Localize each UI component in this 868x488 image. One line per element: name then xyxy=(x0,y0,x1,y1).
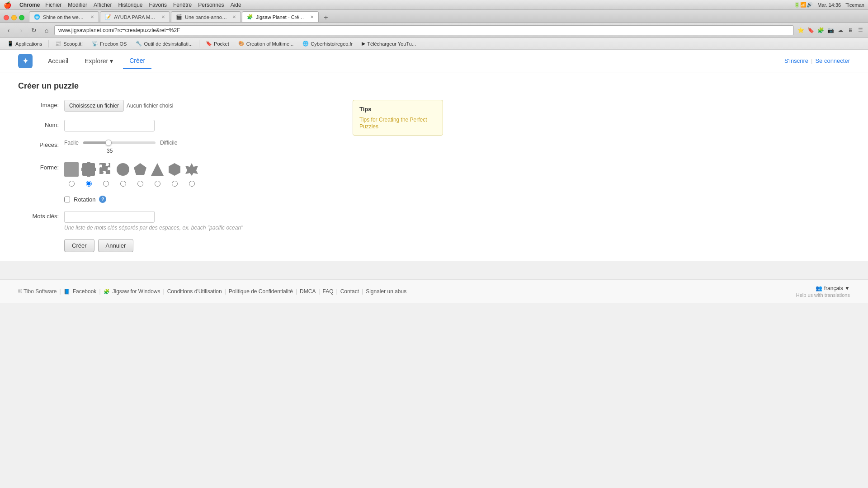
bookmark-creation[interactable]: 🎨Creation of Multime... xyxy=(235,39,297,48)
extension-icon-2[interactable]: 🔖 xyxy=(807,26,815,34)
footer-dmca[interactable]: DMCA xyxy=(300,288,316,295)
close-window-btn[interactable] xyxy=(4,15,9,20)
site-logo[interactable]: ✦ xyxy=(18,54,33,68)
shape-radio-3[interactable] xyxy=(99,179,113,188)
shape-radio-5[interactable] xyxy=(133,179,147,188)
app-name: Chrome xyxy=(19,2,40,8)
extension-icon-3[interactable]: 🧩 xyxy=(816,26,825,34)
shape-puzzle-3[interactable] xyxy=(116,162,130,177)
rotation-help-icon[interactable]: ? xyxy=(99,196,106,203)
bookmark-pocket[interactable]: 🔖Pocket xyxy=(202,39,233,48)
tab-2[interactable]: 📝 AYUDA PARA MAESTROS... ✕ xyxy=(100,11,170,22)
extension-icon-1[interactable]: ⭐ xyxy=(797,26,805,34)
language-selector[interactable]: 👥 français ▼ xyxy=(816,285,850,291)
tips-title: Tips xyxy=(359,106,436,113)
shape-puzzle-4[interactable] xyxy=(133,162,147,177)
bookmark-cyberhistoire[interactable]: 🌐Cyberhistoiregeo.fr xyxy=(299,39,356,48)
tab-2-close[interactable]: ✕ xyxy=(161,14,165,19)
rotation-checkbox[interactable] xyxy=(64,197,70,202)
footer-jigsaw-windows[interactable]: Jigsaw for Windows xyxy=(113,288,160,295)
name-input[interactable] xyxy=(64,120,155,131)
tab-4[interactable]: 🧩 Jigsaw Planet - Créer un p... ✕ xyxy=(242,11,319,22)
nav-accueil[interactable]: Accueil xyxy=(42,54,75,68)
bookmark-outil[interactable]: 🔧Outil de désinstallati... xyxy=(132,39,196,48)
pieces-slider[interactable] xyxy=(83,141,156,144)
tab-1-close[interactable]: ✕ xyxy=(90,14,94,19)
shape-radio-6[interactable] xyxy=(150,179,165,188)
tab-2-favicon: 📝 xyxy=(105,14,111,20)
bookmark-freebox[interactable]: 📡Freebox OS xyxy=(88,39,130,48)
home-button[interactable]: ⌂ xyxy=(42,25,52,35)
footer-sep-7: | xyxy=(336,288,338,295)
shape-puzzle-2[interactable] xyxy=(99,162,113,177)
forward-button[interactable]: › xyxy=(16,25,26,35)
bookmark-applications[interactable]: 📱Applications xyxy=(4,39,46,48)
menu-fichier[interactable]: Fichier xyxy=(45,2,61,8)
tab-3-close[interactable]: ✕ xyxy=(232,14,236,19)
menu-modifier[interactable]: Modifier xyxy=(68,2,87,8)
new-tab-button[interactable]: + xyxy=(321,13,330,22)
shape-radio-1[interactable] xyxy=(64,179,79,188)
shape-puzzle-6[interactable] xyxy=(167,162,182,177)
footer-privacy[interactable]: Politique de Confidentialité xyxy=(229,288,293,295)
pieces-label: Pièces: xyxy=(18,140,59,148)
tips-link[interactable]: Tips for Creating the Perfect Puzzles xyxy=(359,117,427,130)
extension-icon-5[interactable]: ☁ xyxy=(836,26,844,34)
shape-puzzle-5[interactable] xyxy=(150,162,165,177)
back-button[interactable]: ‹ xyxy=(4,25,14,35)
login-link[interactable]: Se connecter xyxy=(815,57,850,64)
image-input-group: Choisissez un fichier Aucun fichier choi… xyxy=(64,100,173,112)
menu-fenetre[interactable]: Fenêtre xyxy=(173,2,192,8)
pieces-row-inner: Facile Difficile xyxy=(64,140,177,146)
shape-radio-8[interactable] xyxy=(184,179,199,188)
footer-sep-8: | xyxy=(362,288,363,295)
apple-menu[interactable]: 🍎 xyxy=(4,1,11,9)
shape-square[interactable] xyxy=(64,162,79,177)
footer-faq[interactable]: FAQ xyxy=(323,288,334,295)
menu-aide[interactable]: Aide xyxy=(231,2,241,8)
slider-thumb[interactable] xyxy=(105,140,112,146)
tab-3[interactable]: 🎬 Une bande-annonce WTF... ✕ xyxy=(171,11,241,22)
minimize-window-btn[interactable] xyxy=(11,15,17,20)
tab-4-label: Jigsaw Planet - Créer un p... xyxy=(256,14,306,20)
menu-favoris[interactable]: Favoris xyxy=(149,2,167,8)
cancel-button[interactable]: Annuler xyxy=(98,239,134,252)
bookmark-scoopit[interactable]: 📰Scoop.it! xyxy=(52,39,86,48)
tab-2-label: AYUDA PARA MAESTROS... xyxy=(114,14,157,20)
signin-link[interactable]: S'inscrire xyxy=(784,57,808,64)
shape-radio-7[interactable] xyxy=(167,179,182,188)
nav-creer[interactable]: Créer xyxy=(123,53,151,69)
maximize-window-btn[interactable] xyxy=(19,15,24,20)
svg-marker-6 xyxy=(134,163,146,175)
pieces-row: Pièces: Facile Difficile 35 xyxy=(18,140,335,154)
shape-radio-4[interactable] xyxy=(116,179,130,188)
name-label: Nom: xyxy=(18,120,59,128)
tab-1[interactable]: 🌐 Shine on the web | Scoop... ✕ xyxy=(29,11,99,22)
bookmark-youtube[interactable]: ▶Téléchargeur YouTu... xyxy=(358,39,420,48)
extension-icon-6[interactable]: 🖥 xyxy=(846,26,854,34)
reload-button[interactable]: ↻ xyxy=(29,25,39,35)
keywords-input[interactable] xyxy=(64,211,155,223)
tab-4-close[interactable]: ✕ xyxy=(310,14,314,19)
menu-historique[interactable]: Historique xyxy=(118,2,143,8)
svg-marker-8 xyxy=(169,163,180,176)
shape-puzzle-7[interactable] xyxy=(184,162,199,177)
svg-rect-5 xyxy=(117,163,129,176)
tab-3-label: Une bande-annonce WTF... xyxy=(185,14,228,20)
menu-personnes[interactable]: Personnes xyxy=(198,2,224,8)
choose-file-button[interactable]: Choisissez un fichier xyxy=(64,100,124,112)
footer-conditions[interactable]: Conditions d'Utilisation xyxy=(167,288,222,295)
footer-facebook[interactable]: Facebook xyxy=(73,288,97,295)
pieces-slider-container: Facile Difficile 35 xyxy=(64,140,177,154)
footer-sep-2: | xyxy=(99,288,100,295)
footer-report[interactable]: Signaler un abus xyxy=(366,288,406,295)
menu-afficher[interactable]: Afficher xyxy=(94,2,112,8)
url-bar[interactable]: www.jigsawplanet.com/?rc=createpuzzle&re… xyxy=(54,25,794,35)
create-button[interactable]: Créer xyxy=(64,239,94,252)
extension-icon-4[interactable]: 📷 xyxy=(826,26,835,34)
shape-radio-2[interactable] xyxy=(81,179,96,188)
settings-icon[interactable]: ☰ xyxy=(856,26,864,34)
nav-explorer[interactable]: Explorer ▾ xyxy=(78,54,119,68)
footer-contact[interactable]: Contact xyxy=(340,288,359,295)
shape-puzzle-1[interactable] xyxy=(81,162,96,177)
